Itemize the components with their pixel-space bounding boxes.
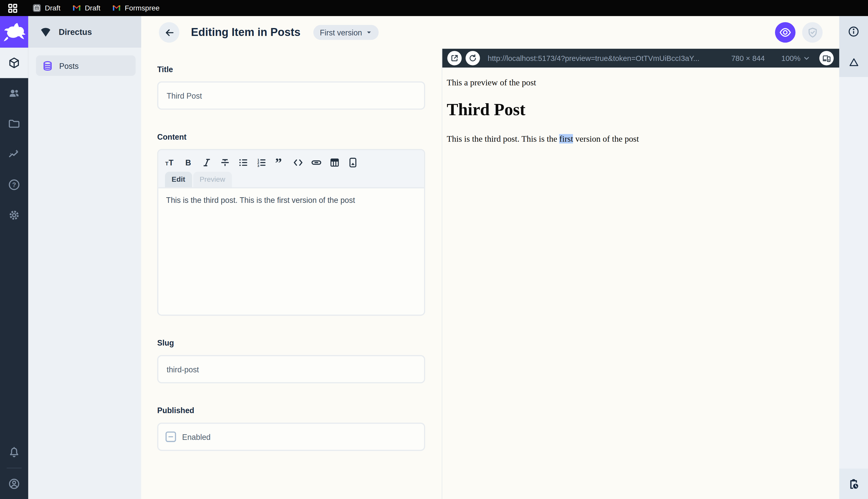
browser-tab-label: Draft <box>85 4 100 12</box>
sidebar-item-label: Posts <box>59 61 79 70</box>
preview-dimensions: 780 × 844 <box>731 54 765 62</box>
published-toggle-box: Enabled <box>157 423 425 451</box>
field-label: Slug <box>157 338 425 348</box>
title-input[interactable] <box>157 82 425 110</box>
module-settings[interactable] <box>0 200 28 231</box>
gmail-icon <box>73 4 81 12</box>
accountability-button[interactable] <box>802 22 822 42</box>
content-module-icon <box>8 57 21 69</box>
rail-bottom-section <box>839 469 868 499</box>
module-bar-spacer <box>0 230 28 437</box>
field-title: Title <box>157 64 425 110</box>
browser-tab-formspree[interactable]: Formspree <box>113 4 160 12</box>
published-checkbox-label: Enabled <box>182 432 211 441</box>
right-sidebar-rail <box>839 16 868 499</box>
module-docs[interactable]: ? <box>0 170 28 200</box>
content-textarea[interactable]: This is the third post. This is the firs… <box>159 188 424 315</box>
body-text: version of the post <box>573 134 639 144</box>
accountability-shield-icon <box>806 26 819 38</box>
bold-icon[interactable]: B <box>183 157 193 168</box>
users-module-icon <box>8 87 21 100</box>
svg-text:T: T <box>165 160 168 167</box>
live-preview-button[interactable] <box>775 22 795 42</box>
database-icon <box>41 60 54 72</box>
body-text: This is the third post. This is the <box>447 134 559 144</box>
preview-iframe: This a preview of the post Third Post Th… <box>442 68 839 499</box>
field-published: Published Enabled <box>157 405 425 451</box>
browser-tab-draft-2[interactable]: Draft <box>73 4 100 12</box>
refresh-button[interactable] <box>466 51 480 65</box>
open-external-button[interactable] <box>447 51 462 65</box>
module-bar: ? <box>0 16 28 499</box>
svg-text:31: 31 <box>35 7 38 10</box>
triangle-icon[interactable] <box>848 57 859 68</box>
grid-icon[interactable] <box>7 2 18 13</box>
browser-tab-bar: 31 Draft Draft Formspree <box>0 0 868 16</box>
calendar-icon: 31 <box>33 4 41 12</box>
preview-post-body: This is the third post. This is the firs… <box>447 134 839 144</box>
refresh-icon <box>468 54 477 63</box>
browser-tab-label: Formspree <box>125 4 160 12</box>
numbered-list-icon[interactable]: 123 <box>256 157 267 168</box>
strikethrough-icon[interactable] <box>220 157 230 168</box>
nav-panel: Directus Posts <box>28 16 141 499</box>
files-module-icon <box>8 118 21 130</box>
published-checkbox[interactable] <box>165 431 176 442</box>
svg-text:T: T <box>168 158 174 167</box>
preview-toolbar: http://localhost:5173/4?preview=true&tok… <box>442 49 839 68</box>
table-icon[interactable] <box>329 157 340 168</box>
module-content[interactable] <box>0 48 28 78</box>
svg-text:B: B <box>186 158 191 167</box>
clipboard-clock-icon[interactable] <box>847 478 860 490</box>
version-label: First version <box>320 28 362 37</box>
arrow-left-icon <box>163 26 175 38</box>
info-icon[interactable] <box>847 25 860 38</box>
image-icon[interactable] <box>348 157 358 168</box>
preview-zoom-value: 100% <box>781 54 801 62</box>
directus-logo[interactable] <box>0 16 28 48</box>
browser-tab-draft-1[interactable]: 31 Draft <box>33 4 60 12</box>
field-label: Content <box>157 132 425 142</box>
preview-url[interactable]: http://localhost:5173/4?preview=true&tok… <box>488 54 727 62</box>
italic-icon[interactable] <box>201 157 212 168</box>
tab-preview[interactable]: Preview <box>193 172 232 187</box>
heading-icon[interactable]: TT <box>165 157 176 168</box>
insights-module-icon <box>8 148 21 160</box>
preview-intro-text: This a preview of the post <box>447 77 839 87</box>
version-selector[interactable]: First version <box>313 25 379 40</box>
page-title: Editing Item in Posts <box>191 26 301 39</box>
code-icon[interactable] <box>293 157 303 168</box>
notifications-bell-icon <box>8 446 21 459</box>
device-size-button[interactable] <box>819 51 834 65</box>
preview-post-title: Third Post <box>447 100 839 120</box>
module-users[interactable] <box>0 78 28 109</box>
module-files[interactable] <box>0 109 28 139</box>
field-label: Published <box>157 405 425 415</box>
browser-tab-label: Draft <box>45 4 60 12</box>
fan-icon <box>39 25 52 38</box>
markdown-editor: TT B 123 ” <box>157 149 425 316</box>
docs-module-icon: ? <box>8 179 21 191</box>
link-icon[interactable] <box>311 157 322 168</box>
screen: 31 Draft Draft Formspree <box>0 0 868 499</box>
preview-zoom-select[interactable]: 100% <box>781 54 810 62</box>
project-name: Directus <box>59 27 92 37</box>
highlighted-text: first <box>559 134 573 144</box>
editor-toolbar-area: TT B 123 ” <box>159 150 424 187</box>
live-preview-panel: http://localhost:5173/4?preview=true&tok… <box>442 49 839 499</box>
chevron-down-icon <box>803 54 810 62</box>
module-insights[interactable] <box>0 139 28 170</box>
editor-toolbar: TT B 123 ” <box>165 155 417 170</box>
bullet-list-icon[interactable] <box>238 157 249 168</box>
user-avatar-icon <box>8 478 21 490</box>
back-button[interactable] <box>159 22 179 42</box>
slug-input[interactable] <box>157 355 425 383</box>
user-menu-button[interactable] <box>0 469 28 499</box>
page-header: Editing Item in Posts First version <box>141 16 839 49</box>
tab-edit[interactable]: Edit <box>165 172 192 187</box>
svg-text:”: ” <box>275 157 282 168</box>
notifications-button[interactable] <box>0 437 28 468</box>
project-header[interactable]: Directus <box>28 16 141 48</box>
sidebar-item-posts[interactable]: Posts <box>36 55 136 76</box>
blockquote-icon[interactable]: ” <box>275 157 285 168</box>
